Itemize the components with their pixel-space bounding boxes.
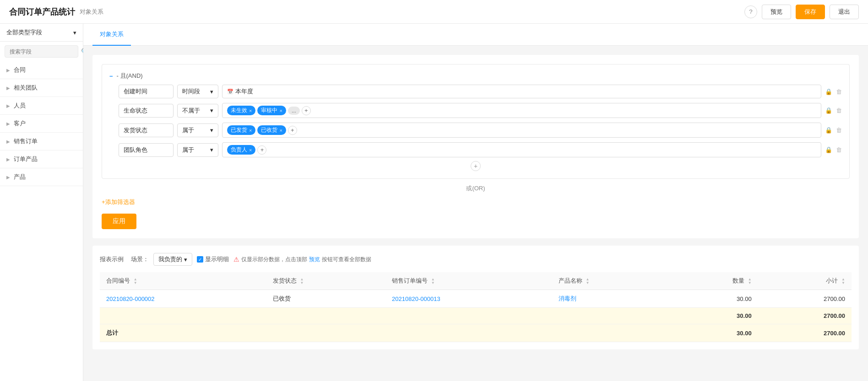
delete-icon[interactable]: 🗑 [836,88,842,95]
tag-close-icon[interactable]: × [249,128,252,133]
sidebar-item-contract[interactable]: ▶ 合同 [0,61,83,79]
chevron-down-icon: ▾ [184,256,187,263]
order-no-link[interactable]: 20210820-000013 [392,295,440,302]
tag-close-icon[interactable]: × [279,108,282,113]
sidebar-item-people[interactable]: ▶ 人员 [0,97,83,115]
sidebar-search-box[interactable]: 🔍 [5,45,78,58]
filter-rows: 创建时间 时间段 ▾ 📅 本年度 🔒 🗑 [109,85,842,157]
tag-not-effective: 未生效 × [227,106,255,115]
sidebar-item-customer[interactable]: ▶ 客户 [0,115,83,133]
lock-icon[interactable]: 🔒 [825,107,832,114]
warning-text: 仅显示部分数据，点击顶部 [241,256,307,263]
product-name-link[interactable]: 消毒剂 [559,295,576,302]
warning-text2: 按钮可查看全部数据 [322,256,371,263]
add-tag-button[interactable]: + [288,126,297,135]
add-filter-row-button[interactable]: + [471,161,481,171]
tag-more: ... [288,107,300,115]
total-empty-1 [266,324,385,342]
add-tag-button[interactable]: + [302,106,311,115]
cell-contract-no: 20210820-000002 [100,290,266,308]
chevron-down-icon: ▾ [210,146,213,153]
tabs: 对象关系 [83,24,868,46]
scene-select[interactable]: 我负责的 ▾ [153,253,192,266]
arrow-icon: ▶ [6,139,10,144]
tag-reviewing: 审核中 × [257,106,286,115]
sort-icons[interactable]: ▲▼ [586,278,590,285]
tag-close-icon[interactable]: × [249,147,252,153]
main-content: 对象关系 − - 且(AND) 创建时间 [83,24,868,381]
header-left: 合同订单产品统计 对象关系 [9,6,103,17]
sidebar-item-order-product[interactable]: ▶ 订单产品 [0,150,83,168]
filter-row-create-time: 创建时间 时间段 ▾ 📅 本年度 🔒 🗑 [109,85,842,98]
show-detail-toggle[interactable]: ✓ 显示明细 [197,255,229,263]
col-contract-no: 合同编号 ▲▼ [100,272,266,290]
lock-icon[interactable]: 🔒 [825,88,832,95]
chevron-down-icon: ▾ [210,88,213,95]
subtotal-empty-4 [552,308,671,324]
sort-icons[interactable]: ▲▼ [134,278,137,285]
header: 合同订单产品统计 对象关系 ? 预览 保存 退出 [0,0,868,24]
filter-row-ship-status: 发货状态 属于 ▾ 已发货 × 已收货 × + 🔒 🗑 [109,123,842,138]
cell-order-no: 20210820-000013 [385,290,552,308]
sidebar-item-label: 订单产品 [14,155,38,163]
apply-button[interactable]: 应用 [102,214,136,229]
preview-button[interactable]: 预览 [762,5,791,19]
tag-received: 已收货 × [257,125,286,135]
tag-close-icon[interactable]: × [249,108,252,113]
col-qty: 数量 ▲▼ [671,272,758,290]
chevron-down-icon: ▾ [210,127,213,134]
header-right: ? 预览 保存 退出 [744,5,859,19]
arrow-icon: ▶ [6,121,10,126]
filter-op-create-time[interactable]: 时间段 ▾ [177,85,218,98]
sidebar-header[interactable]: 全部类型字段 ▾ [0,24,83,42]
save-button[interactable]: 保存 [796,5,825,19]
filter-value-ship-status: 已发货 × 已收货 × + [222,123,821,138]
chevron-down-icon: ▾ [210,107,213,114]
sort-icons[interactable]: ▲▼ [841,278,845,285]
scene-label: 场景： [131,255,149,263]
arrow-icon: ▶ [6,103,10,108]
exit-button[interactable]: 退出 [830,5,859,19]
filter-op-life-status[interactable]: 不属于 ▾ [177,104,218,118]
search-input[interactable] [10,48,78,55]
filter-field-create-time: 创建时间 [119,85,174,98]
sort-icons[interactable]: ▲▼ [748,278,752,285]
delete-icon[interactable]: 🗑 [836,107,842,114]
add-filter-link[interactable]: +添加筛选器 [102,198,850,206]
checkbox-icon: ✓ [197,256,203,263]
filter-op-team-role[interactable]: 属于 ▾ [177,143,218,157]
col-ship-status: 发货状态 ▲▼ [266,272,385,290]
subtotal-empty-3 [385,308,552,324]
report-table-wrap: 合同编号 ▲▼ 发货状态 ▲▼ 销售订单编号 ▲▼ [100,272,852,342]
sidebar-item-label: 销售订单 [14,137,38,145]
delete-icon[interactable]: 🗑 [836,146,842,153]
subtotal-empty-2 [266,308,385,324]
or-divider: 或(OR) [102,184,850,193]
col-product-name: 产品名称 ▲▼ [552,272,671,290]
total-empty-2 [385,324,552,342]
subtotal-amount: 2700.00 [758,308,852,324]
add-filter-row-area: + [109,161,842,171]
lock-icon[interactable]: 🔒 [825,127,832,134]
tab-object-relation[interactable]: 对象关系 [92,24,131,46]
tag-close-icon[interactable]: × [279,128,282,133]
sort-icons[interactable]: ▲▼ [300,278,304,285]
sidebar-item-product[interactable]: ▶ 产品 [0,168,83,186]
preview-link[interactable]: 预览 [309,256,320,263]
sort-icons[interactable]: ▲▼ [431,278,435,285]
minus-icon[interactable]: − [109,73,113,80]
help-button[interactable]: ? [744,5,757,18]
sidebar-item-related-team[interactable]: ▶ 相关团队 [0,79,83,97]
filter-value-create-time: 📅 本年度 [222,85,821,98]
add-tag-button[interactable]: + [257,145,266,155]
delete-icon[interactable]: 🗑 [836,127,842,134]
cell-qty: 30.00 [671,290,758,308]
contract-no-link[interactable]: 20210820-000002 [106,295,155,302]
arrow-icon: ▶ [6,86,10,91]
sidebar-item-sales-order[interactable]: ▶ 销售订单 [0,133,83,150]
calendar-icon: 📅 [227,89,233,95]
lock-icon[interactable]: 🔒 [825,146,832,153]
total-label: 总计 [100,324,266,342]
sidebar-item-label: 合同 [14,66,26,74]
filter-op-ship-status[interactable]: 属于 ▾ [177,123,218,137]
